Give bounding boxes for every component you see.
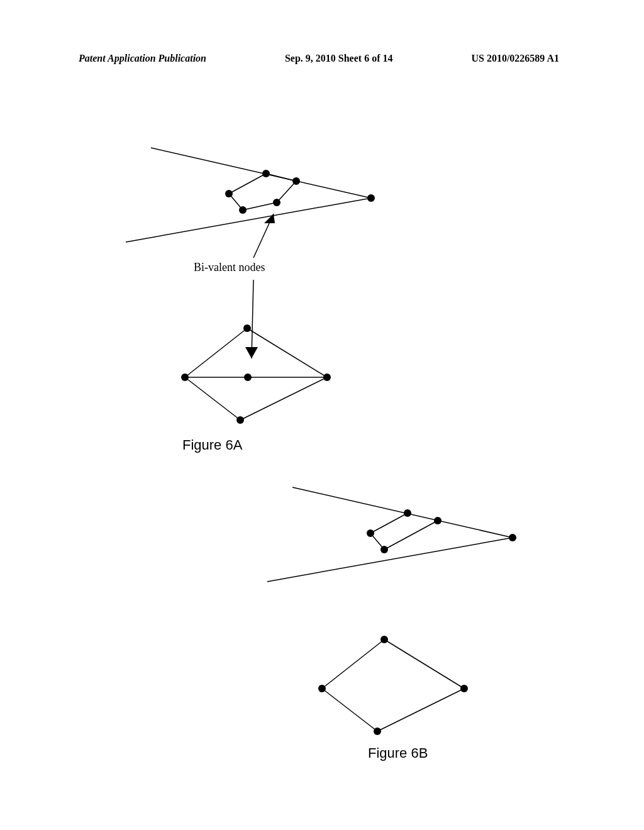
header-center: Sep. 9, 2010 Sheet 6 of 14 [285, 53, 393, 64]
node-a1 [262, 170, 270, 177]
fig6b-graphs [0, 465, 644, 780]
node-d2 [318, 685, 326, 692]
edge-inner-c [243, 202, 277, 210]
edge-d-1 [322, 639, 384, 689]
edge-b-2 [247, 328, 327, 377]
page-header: Patent Application Publication Sep. 9, 2… [0, 53, 644, 64]
leader-bottom [252, 280, 253, 358]
node-b2 [181, 374, 189, 381]
edge-inner-b [277, 181, 296, 202]
node-b1 [243, 324, 251, 332]
bivalent-label: Bi-valent nodes [194, 261, 265, 274]
edge-d-4 [322, 689, 377, 731]
node-c5 [380, 546, 388, 553]
edge-c-inner3 [384, 521, 438, 550]
edge-c-bottom [267, 538, 513, 582]
fig6a-label: Figure 6A [182, 437, 242, 453]
edge-b-5 [240, 377, 327, 420]
node-c4 [367, 529, 374, 537]
edge-b-4 [185, 377, 240, 420]
edge-b-1 [185, 328, 247, 377]
node-b3 [244, 374, 252, 381]
node-a4 [273, 199, 280, 206]
arrowhead-bottom [245, 347, 258, 358]
fig6b-label: Figure 6B [368, 745, 428, 761]
node-d4 [374, 728, 381, 735]
edge-c-top [292, 487, 513, 538]
edge-c-inner1 [370, 513, 408, 533]
header-right: US 2010/0226589 A1 [471, 53, 559, 64]
node-b4 [323, 374, 331, 381]
arrowhead-top [264, 214, 275, 223]
node-d3 [460, 685, 468, 692]
node-c2 [434, 517, 441, 524]
edge-top-outer [151, 148, 371, 198]
node-c1 [404, 509, 411, 517]
edge-d-2 [384, 639, 464, 689]
header-left: Patent Application Publication [79, 53, 206, 64]
node-b5 [236, 416, 244, 424]
node-a6 [225, 190, 233, 197]
node-a2 [292, 177, 300, 185]
edge-bottom-outer [126, 198, 371, 242]
node-a3 [367, 194, 375, 202]
node-c3 [509, 534, 516, 541]
edge-inner-e [229, 174, 266, 194]
node-d1 [380, 636, 388, 643]
edge-inner-a [266, 174, 296, 181]
node-a5 [239, 206, 247, 214]
edge-d-5 [377, 689, 464, 731]
